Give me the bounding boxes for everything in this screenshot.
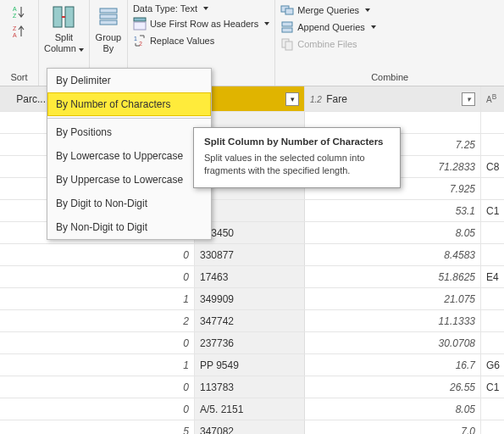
cell-last bbox=[481, 310, 500, 331]
cell-last: E4 bbox=[481, 266, 500, 287]
menu-item-by-number-of-characters[interactable]: By Number of Characters bbox=[47, 92, 211, 116]
cell-fare: 51.8625 bbox=[305, 266, 481, 287]
menu-item-by-digit-to-non-digit[interactable]: By Digit to Non-Digit bbox=[47, 192, 211, 215]
split-column-menu: By DelimiterBy Number of CharactersBy Po… bbox=[47, 68, 212, 240]
menu-item-by-positions[interactable]: By Positions bbox=[47, 120, 211, 144]
cell-parc bbox=[0, 134, 51, 155]
cell-parcnum: 0 bbox=[51, 376, 195, 398]
cell-last bbox=[481, 398, 500, 420]
cell-ticket: A/5. 2151 bbox=[195, 398, 305, 420]
cell-parc bbox=[0, 420, 51, 434]
cell-fare: 16.7 bbox=[305, 354, 481, 376]
cell-fare: 11.1333 bbox=[305, 310, 481, 331]
menu-item-by-non-digit-to-digit[interactable]: By Non-Digit to Digit bbox=[47, 215, 211, 239]
sort-desc-icon[interactable]: ZA bbox=[13, 25, 26, 41]
cell-parc bbox=[0, 112, 51, 133]
table-row[interactable]: 01746351.8625E4 bbox=[0, 266, 504, 288]
svg-text:1: 1 bbox=[134, 36, 137, 42]
svg-text:Z: Z bbox=[13, 25, 17, 31]
cell-parc bbox=[0, 222, 51, 243]
cell-fare: 53.1 bbox=[305, 200, 481, 221]
data-type-label: Data Type: Text bbox=[133, 3, 197, 14]
cell-last bbox=[481, 244, 500, 265]
data-type-button[interactable]: Data Type: Text bbox=[133, 3, 269, 14]
cell-parcnum: 0 bbox=[51, 398, 195, 420]
table-row[interactable]: 023773630.0708 bbox=[0, 332, 504, 354]
cell-last: C1 bbox=[481, 200, 500, 221]
svg-rect-18 bbox=[285, 42, 292, 50]
svg-text:Z: Z bbox=[13, 13, 17, 19]
sort-asc-icon[interactable]: AZ bbox=[13, 5, 26, 21]
menu-item-by-lowercase-to-uppercase[interactable]: By Lowercase to Uppercase bbox=[47, 144, 211, 168]
cell-fare: 8.05 bbox=[305, 222, 481, 243]
cell-parc bbox=[0, 332, 51, 353]
filter-dropdown-icon[interactable]: ▾ bbox=[462, 92, 475, 106]
cell-parcnum: 0 bbox=[51, 266, 195, 287]
cell-fare: 7.0 bbox=[305, 420, 481, 434]
replace-values-label: Replace Values bbox=[150, 36, 214, 46]
cell-ticket: 349909 bbox=[195, 288, 305, 309]
svg-text:A: A bbox=[13, 32, 17, 38]
split-column-button[interactable]: SplitColumn bbox=[44, 3, 84, 54]
cell-parcnum: 0 bbox=[51, 244, 195, 265]
first-row-headers-button[interactable]: Use First Row as Headers bbox=[133, 17, 269, 31]
append-queries-button[interactable]: Append Queries bbox=[280, 20, 499, 34]
cell-parc bbox=[0, 178, 51, 199]
sort-group-label: Sort bbox=[3, 72, 35, 84]
merge-queries-button[interactable]: Merge Queries bbox=[280, 3, 499, 17]
table-row[interactable]: 0A/5. 21518.05 bbox=[0, 398, 504, 420]
table-row[interactable]: 011378326.55C1 bbox=[0, 376, 504, 398]
cell-ticket: PP 9549 bbox=[195, 354, 305, 376]
svg-rect-16 bbox=[282, 28, 292, 32]
cell-fare: 26.55 bbox=[305, 376, 481, 398]
cell-last bbox=[481, 178, 500, 199]
cell-parcnum: 5 bbox=[51, 420, 195, 434]
table-row[interactable]: 03308778.4583 bbox=[0, 244, 504, 266]
filter-dropdown-icon[interactable]: ▾ bbox=[285, 92, 299, 106]
cell-fare: 8.05 bbox=[305, 398, 481, 420]
sort-group: AZ ZA Sort bbox=[0, 0, 39, 86]
split-column-label: SplitColumn bbox=[44, 32, 76, 53]
table-row[interactable]: 234774211.1333 bbox=[0, 310, 504, 332]
cell-ticket: 330877 bbox=[195, 244, 305, 265]
cell-ticket: 347082 bbox=[195, 420, 305, 434]
cell-parcnum: 2 bbox=[51, 310, 195, 331]
cell-last bbox=[481, 420, 500, 434]
col-last-header[interactable]: AB bbox=[481, 86, 500, 111]
combine-files-button[interactable]: Combine Files bbox=[280, 37, 499, 51]
col-parc-header[interactable]: Parc... bbox=[0, 86, 51, 111]
col-fare-header[interactable]: 1.2 Fare ▾ bbox=[305, 86, 481, 111]
menu-item-by-delimiter[interactable]: By Delimiter bbox=[47, 69, 211, 92]
svg-rect-6 bbox=[100, 8, 117, 13]
svg-rect-15 bbox=[282, 22, 292, 26]
svg-rect-5 bbox=[65, 7, 74, 27]
cell-parcnum: 1 bbox=[51, 354, 195, 376]
chevron-down-icon bbox=[371, 25, 376, 29]
chevron-down-icon bbox=[365, 8, 370, 12]
cell-last: G6 bbox=[481, 354, 500, 376]
cell-last: C1 bbox=[481, 376, 500, 398]
table-row[interactable]: 134990921.075 bbox=[0, 288, 504, 310]
tooltip: Split Column by Number of Characters Spl… bbox=[193, 127, 401, 188]
cell-ticket: 113783 bbox=[195, 376, 305, 398]
cell-parc bbox=[0, 200, 51, 221]
table-row[interactable]: 1PP 954916.7G6 bbox=[0, 354, 504, 376]
combine-files-label: Combine Files bbox=[297, 39, 357, 49]
first-row-headers-label: Use First Row as Headers bbox=[150, 19, 258, 29]
cell-ticket: 237736 bbox=[195, 332, 305, 353]
cell-last bbox=[481, 332, 500, 353]
cell-ticket: 347742 bbox=[195, 310, 305, 331]
cell-parcnum: 1 bbox=[51, 288, 195, 309]
cell-parc bbox=[0, 376, 51, 398]
tooltip-body: Split values in the selected column into… bbox=[204, 152, 390, 177]
cell-parc bbox=[0, 310, 51, 331]
menu-item-by-uppercase-to-lowercase[interactable]: By Uppercase to Lowercase bbox=[47, 168, 211, 192]
chevron-down-icon bbox=[264, 22, 269, 25]
replace-values-button[interactable]: 12 Replace Values bbox=[133, 34, 269, 47]
svg-rect-14 bbox=[285, 8, 293, 14]
cell-parc bbox=[0, 244, 51, 265]
table-row[interactable]: 53470827.0 bbox=[0, 420, 504, 434]
svg-rect-10 bbox=[134, 22, 146, 30]
tooltip-title: Split Column by Number of Characters bbox=[204, 136, 390, 147]
group-by-button[interactable]: GroupBy bbox=[95, 3, 122, 54]
